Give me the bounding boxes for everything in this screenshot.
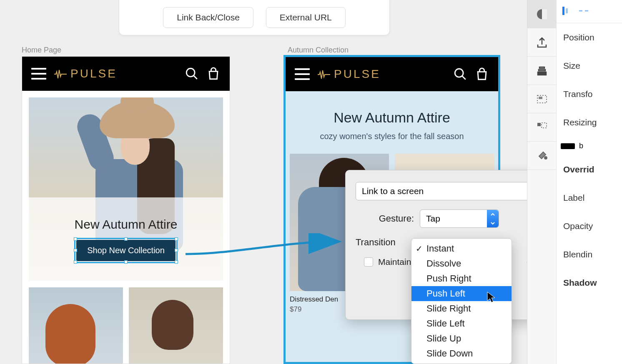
svg-line-3 bbox=[462, 76, 466, 80]
transition-dropdown[interactable]: Instant Dissolve Push Right Push Left Sl… bbox=[411, 238, 512, 364]
svg-point-13 bbox=[544, 157, 547, 159]
artboard-label-home[interactable]: Home Page bbox=[22, 46, 61, 55]
property-opacity[interactable]: Opacity bbox=[557, 212, 622, 240]
pulse-wave-icon bbox=[317, 69, 331, 79]
svg-point-0 bbox=[186, 68, 195, 77]
dropdown-item-push-left[interactable]: Push Left bbox=[411, 286, 512, 301]
layout-icon[interactable] bbox=[527, 85, 557, 113]
link-type-select[interactable]: Link to a screen bbox=[356, 182, 556, 200]
brand-logo: PULSE bbox=[54, 67, 177, 80]
gesture-select[interactable]: Tap bbox=[420, 209, 499, 228]
mobile-header: PULSE bbox=[286, 57, 498, 91]
artboard-label-autumn[interactable]: Autumn Collection bbox=[288, 46, 349, 55]
select-stepper-icon[interactable] bbox=[487, 210, 499, 227]
property-position[interactable]: Position bbox=[557, 23, 622, 52]
svg-rect-11 bbox=[542, 123, 547, 128]
svg-rect-6 bbox=[538, 72, 546, 75]
dropdown-item-slide-right[interactable]: Slide Right bbox=[411, 301, 512, 316]
inspector-tab-style-icon[interactable] bbox=[527, 0, 557, 28]
selection-handle[interactable] bbox=[124, 237, 128, 241]
link-back-close-button[interactable]: Link Back/Close bbox=[163, 7, 253, 28]
property-blending[interactable]: Blendin bbox=[557, 240, 622, 269]
selection-handle[interactable] bbox=[175, 260, 178, 264]
export-icon[interactable] bbox=[527, 28, 557, 57]
maintain-label: Maintain bbox=[378, 257, 411, 267]
svg-rect-7 bbox=[539, 70, 545, 71]
thumbnail-image bbox=[129, 287, 223, 364]
artboard-home[interactable]: PULSE New Autumn Attire Shop New Collect… bbox=[22, 56, 230, 364]
dropdown-item-dissolve[interactable]: Dissolve bbox=[411, 256, 512, 271]
selection-handle[interactable] bbox=[175, 249, 178, 252]
resize-constraints-icon[interactable] bbox=[527, 113, 557, 142]
mobile-header: PULSE bbox=[22, 57, 230, 91]
selection-handle[interactable] bbox=[175, 237, 178, 241]
svg-rect-12 bbox=[537, 123, 541, 126]
layers-stack-icon[interactable] bbox=[527, 57, 557, 85]
dropdown-item-instant[interactable]: Instant bbox=[411, 241, 512, 256]
shop-collection-button[interactable]: Shop New Collection bbox=[76, 240, 176, 261]
shadow-section[interactable]: Shadow bbox=[557, 269, 622, 297]
selection-handle[interactable] bbox=[74, 237, 77, 241]
link-type-value: Link to a screen bbox=[362, 186, 424, 196]
svg-rect-14 bbox=[562, 7, 564, 15]
hero-image: New Autumn Attire Shop New Collection bbox=[29, 97, 223, 281]
hero-title: New Autumn Attire bbox=[75, 217, 178, 232]
collection-title: New Autumn Attire bbox=[294, 110, 490, 126]
dropdown-item-push-right[interactable]: Push Right bbox=[411, 271, 512, 286]
pulse-wave-icon bbox=[54, 69, 67, 79]
property-resizing[interactable]: Resizing bbox=[557, 108, 622, 137]
inspector-sidebar: Position Size Transfo Resizing b Overrid… bbox=[527, 0, 622, 364]
brand-text: PULSE bbox=[334, 67, 381, 81]
fill-tool-icon[interactable] bbox=[527, 142, 557, 170]
align-tab-icon[interactable] bbox=[562, 6, 569, 17]
maintain-scroll-checkbox[interactable] bbox=[364, 257, 373, 267]
dropdown-item-slide-up[interactable]: Slide Up bbox=[411, 331, 512, 346]
overrides-section[interactable]: Overrid bbox=[557, 155, 622, 184]
layer-name: b bbox=[579, 142, 583, 150]
svg-rect-5 bbox=[542, 9, 547, 19]
transition-label: Transition bbox=[356, 237, 396, 248]
selection-handle[interactable] bbox=[74, 260, 77, 264]
dropdown-item-slide-down[interactable]: Slide Down bbox=[411, 346, 512, 361]
hamburger-icon[interactable] bbox=[295, 68, 310, 80]
svg-rect-10 bbox=[539, 97, 542, 99]
layer-preview-icon bbox=[561, 143, 575, 149]
collection-subtitle: cozy women's styles for the fall season bbox=[294, 132, 490, 141]
svg-point-2 bbox=[455, 69, 463, 77]
brand-logo: PULSE bbox=[317, 67, 446, 81]
property-label[interactable]: Label bbox=[557, 184, 622, 212]
svg-rect-8 bbox=[539, 67, 544, 68]
gesture-value: Tap bbox=[426, 214, 440, 224]
thumbnail-image bbox=[29, 287, 123, 364]
product-thumbnails bbox=[29, 287, 223, 364]
shopping-bag-icon[interactable] bbox=[206, 67, 221, 81]
shopping-bag-icon[interactable] bbox=[475, 67, 489, 81]
property-size[interactable]: Size bbox=[557, 52, 622, 80]
svg-line-1 bbox=[193, 75, 197, 79]
selection-handle[interactable] bbox=[74, 249, 77, 252]
link-toolbar: Link Back/Close External URL bbox=[119, 0, 390, 35]
dropdown-item-slide-left[interactable]: Slide Left bbox=[411, 316, 512, 331]
external-url-button[interactable]: External URL bbox=[266, 7, 346, 28]
cursor-icon bbox=[487, 292, 496, 303]
search-icon[interactable] bbox=[185, 67, 199, 81]
gesture-label: Gesture: bbox=[356, 213, 414, 224]
svg-rect-15 bbox=[566, 8, 568, 13]
property-transform[interactable]: Transfo bbox=[557, 80, 622, 108]
cta-label: Shop New Collection bbox=[87, 246, 165, 255]
distribute-tab-icon[interactable] bbox=[578, 7, 589, 17]
selected-layer-row[interactable]: b bbox=[557, 137, 622, 155]
brand-text: PULSE bbox=[70, 67, 117, 80]
hamburger-icon[interactable] bbox=[31, 68, 46, 80]
search-icon[interactable] bbox=[453, 67, 467, 81]
selection-handle[interactable] bbox=[124, 260, 128, 264]
